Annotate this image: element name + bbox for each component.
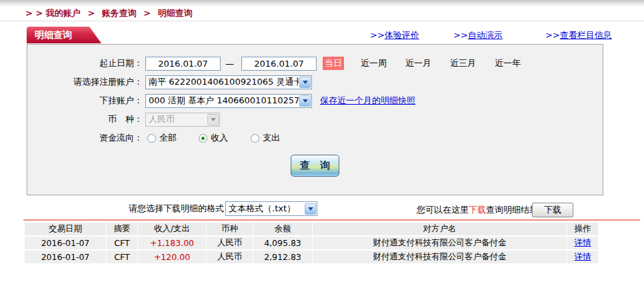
currency-label: 币 种：	[27, 113, 143, 125]
sub-account-select[interactable]: 000 活期 基本户 1406600101102571848	[145, 94, 312, 108]
quick-range-4[interactable]: 近一年	[493, 57, 523, 70]
download-hint-highlight: 下载	[469, 205, 486, 215]
flow-option-1[interactable]: 收入	[199, 132, 228, 144]
col-header-amount: 收入/支出	[138, 223, 207, 237]
link-view-column-info[interactable]: >>查看栏目信息	[545, 29, 612, 41]
query-button[interactable]: 查 询	[291, 155, 339, 177]
table-row: 2016-01-07 CFT +120.00 人民币 2,912.83 财付通支…	[25, 251, 599, 265]
quick-range-2[interactable]: 近一月	[403, 57, 433, 70]
fund-flow-row: 资金流向： 全部 收入 支出	[27, 131, 603, 145]
cell-currency: 人民币	[207, 251, 253, 265]
cell-counterparty: 财付通支付科技有限公司客户备付金	[313, 237, 567, 251]
radio-icon[interactable]	[147, 134, 156, 143]
date-dash: —	[225, 59, 234, 69]
col-header-date: 交易日期	[25, 223, 107, 237]
register-account-row: 请选择注册账户： 南平 6222001406100921065 灵通卡	[27, 75, 603, 89]
chevron-down-icon	[207, 114, 219, 125]
page: > > 我的账户 > 账务查询 > 明细查询 明细查询 >>体验评价 >>自动演…	[0, 0, 644, 284]
link-experience-rating[interactable]: >>体验评价	[370, 29, 419, 41]
table-row: 2016-01-07 CFT +1,183.00 人民币 4,095.83 财付…	[25, 237, 599, 251]
quick-range-1[interactable]: 近一周	[359, 57, 389, 70]
query-form-panel: 起止日期： — 当日 近一周 近一月 近三月 近一年 请选择注册账户： 南平 6…	[27, 44, 603, 195]
breadcrumb-item-detail-query[interactable]: 明细查询	[158, 8, 193, 18]
chevron-down-icon[interactable]	[299, 95, 311, 107]
sub-account-label: 下挂账户：	[27, 95, 143, 107]
radio-icon[interactable]	[251, 134, 259, 143]
breadcrumb-item-account-query[interactable]: 账务查询	[102, 8, 137, 18]
save-monthly-snapshot-link[interactable]: 保存近一个月的明细快照	[320, 95, 415, 107]
link-auto-demo[interactable]: >>自动演示	[453, 29, 503, 41]
cell-summary: CFT	[107, 251, 138, 265]
download-format-select[interactable]: 文本格式（.txt）	[225, 201, 317, 216]
detail-link[interactable]: 详情	[575, 251, 591, 261]
chevron-down-icon[interactable]	[299, 77, 311, 88]
col-header-counterparty: 对方户名	[313, 223, 567, 237]
currency-select-disabled: 人民币	[145, 113, 220, 127]
col-header-action: 操作	[567, 223, 599, 237]
quick-range-0[interactable]: 当日	[323, 57, 344, 70]
cell-counterparty: 财付通支付科技有限公司客户备付金	[313, 251, 567, 265]
cell-balance: 4,095.83	[253, 237, 313, 251]
date-to-input[interactable]	[241, 57, 317, 71]
cell-currency: 人民币	[207, 237, 253, 251]
header-divider	[0, 21, 644, 21]
breadcrumb-prefix: > >	[25, 8, 43, 18]
date-range-row: 起止日期： — 当日 近一周 近一月 近三月 近一年	[27, 56, 603, 71]
top-gradient-bar	[0, 0, 644, 7]
currency-row: 币 种： 人民币	[27, 112, 603, 127]
detail-link[interactable]: 详情	[575, 237, 591, 247]
register-account-select[interactable]: 南平 6222001406100921065 灵通卡	[145, 75, 312, 89]
breadcrumb-item-my-account[interactable]: 我的账户	[46, 8, 81, 18]
col-header-summary: 摘要	[107, 223, 138, 237]
date-from-input[interactable]	[145, 57, 221, 71]
flow-option-2[interactable]: 支出	[251, 132, 280, 144]
table-separator-line	[23, 219, 640, 221]
transactions-table: 交易日期 摘要 收入/支出 币种 余额 对方户名 操作 2016-01-07 C…	[25, 223, 599, 265]
radio-icon[interactable]	[199, 134, 207, 143]
table-header-row: 交易日期 摘要 收入/支出 币种 余额 对方户名 操作	[25, 223, 599, 237]
cell-amount: +1,183.00	[138, 237, 207, 251]
cell-summary: CFT	[107, 237, 138, 251]
cell-balance: 2,912.83	[253, 251, 313, 265]
sub-account-row: 下挂账户： 000 活期 基本户 1406600101102571848 保存近…	[27, 93, 603, 108]
cell-amount: +120.00	[138, 251, 207, 265]
col-header-balance: 余额	[253, 223, 313, 237]
register-account-label: 请选择注册账户：	[27, 76, 143, 88]
download-hint: 您可以在这里下载查询明细结果	[417, 204, 538, 216]
cell-date: 2016-01-07	[25, 251, 107, 265]
chevron-down-icon[interactable]	[305, 203, 316, 215]
breadcrumb-separator: >	[143, 8, 151, 18]
cell-date: 2016-01-07	[25, 237, 107, 251]
breadcrumb-separator: >	[87, 8, 95, 18]
date-range-label: 起止日期：	[27, 57, 143, 69]
fund-flow-label: 资金流向：	[27, 132, 143, 144]
quick-range-3[interactable]: 近三月	[448, 57, 478, 70]
col-header-currency: 币种	[207, 223, 253, 237]
breadcrumb: > > 我的账户 > 账务查询 > 明细查询	[25, 7, 193, 19]
top-links: >>体验评价 >>自动演示 >>查看栏目信息	[0, 29, 644, 41]
download-format-row: 请您选择下载明细的格式 文本格式（.txt）	[129, 201, 317, 216]
download-format-label: 请您选择下载明细的格式	[129, 203, 224, 215]
flow-option-0[interactable]: 全部	[147, 132, 177, 144]
download-button[interactable]: 下载	[532, 203, 573, 217]
